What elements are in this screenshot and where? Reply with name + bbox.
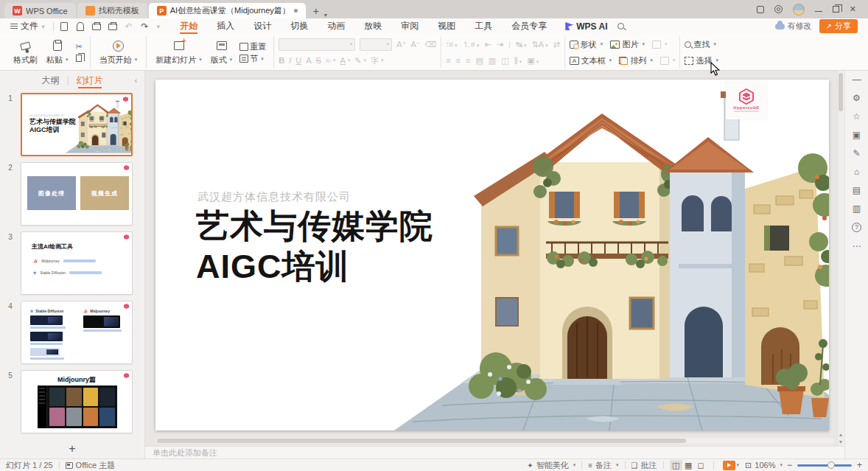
align-right-button[interactable]: ≡ <box>466 56 470 65</box>
quick-access-caret-icon[interactable]: ∨ <box>156 24 160 29</box>
picture-button[interactable]: 图片 <box>610 39 645 50</box>
select-button[interactable]: 选择 <box>685 55 718 66</box>
restore-button[interactable] <box>833 6 839 13</box>
clear-format-icon[interactable]: ⌫ <box>425 40 437 49</box>
tab-insert[interactable]: 插入 <box>207 18 244 34</box>
tab-tools[interactable]: 工具 <box>465 18 502 34</box>
columns-button[interactable]: ◫ <box>501 56 508 66</box>
italic-button[interactable]: I <box>289 56 291 65</box>
superscript-button[interactable]: X² <box>326 57 336 63</box>
slide-layout-button[interactable]: 版式 <box>206 36 237 69</box>
translate-icon[interactable]: ▤ <box>851 186 863 195</box>
undo-icon[interactable]: ↶ <box>124 21 133 31</box>
bold-button[interactable]: B <box>279 56 284 65</box>
scroll-up-icon[interactable]: ▲ <box>838 432 844 437</box>
align-objects-button[interactable]: ⫼ <box>514 56 522 66</box>
zoom-slider-thumb[interactable] <box>827 461 835 469</box>
settings-wheel-icon[interactable] <box>774 5 783 13</box>
group-button[interactable] <box>660 57 676 65</box>
notebook-icon[interactable]: ▥ <box>851 204 863 213</box>
horizontal-scrollbar-thumb[interactable] <box>157 439 686 443</box>
vertical-scrollbar[interactable]: ▲ ▼ <box>837 71 844 446</box>
increase-indent-button[interactable]: ⇥ <box>497 40 503 49</box>
redo-icon[interactable]: ↷ <box>140 21 150 31</box>
highlight-button[interactable]: ✎ <box>354 56 366 66</box>
slide-1[interactable]: 武汉超方体信息技术有限公司 艺术与传媒学院 AIGC培训 HypercubE <box>155 80 829 430</box>
autofit-button[interactable]: ▣ <box>527 56 539 66</box>
font-size-select[interactable] <box>360 38 392 51</box>
print-preview-icon[interactable] <box>108 21 117 31</box>
align-left-button[interactable]: ≡ <box>446 56 450 65</box>
reading-view-button[interactable]: ◻ <box>695 460 707 470</box>
char-spacing-button[interactable]: A <box>306 56 311 65</box>
outline-tab[interactable]: 大纲 <box>34 71 66 90</box>
line-spacing-button[interactable]: ⇅A <box>532 40 548 49</box>
tab-home[interactable]: 开始 <box>170 18 207 34</box>
slide-thumbnail-3[interactable]: 3 主流AI绘画工具 ⛵ Midjourney ✾ Stable Diffusi… <box>0 231 144 295</box>
zoom-out-button[interactable]: − <box>787 460 792 470</box>
scroll-down-icon[interactable]: ▼ <box>838 439 844 444</box>
more-icon[interactable]: ⋯ <box>851 242 863 251</box>
notes-bar[interactable]: 单击此处添加备注 <box>145 446 844 458</box>
tab-design[interactable]: 设计 <box>244 18 281 34</box>
reset-slide-button[interactable]: 重置 <box>239 43 266 51</box>
underline-button[interactable]: U <box>295 56 301 65</box>
format-painter-button[interactable]: 格式刷 <box>9 36 42 69</box>
new-tab-button[interactable]: + <box>309 4 323 18</box>
tab-list-caret-icon[interactable]: ▾ <box>324 12 327 18</box>
smart-beautify-button[interactable]: ✦ 智能美化 <box>527 460 575 471</box>
text-to-diagram-button[interactable]: ⇄ <box>553 40 560 49</box>
paste-button[interactable]: 粘贴 <box>42 36 73 69</box>
minimize-button[interactable] <box>815 7 822 12</box>
panel-handle-icon[interactable]: — <box>851 75 863 84</box>
text-direction-button[interactable]: ↹ <box>516 40 527 49</box>
slide-sorter-view-button[interactable]: ▦ <box>682 460 695 470</box>
close-button[interactable]: ✕ <box>850 5 856 13</box>
font-family-select[interactable] <box>279 38 355 51</box>
distribute-button[interactable]: ▥ <box>489 56 496 66</box>
numbering-button[interactable]: ⒈≡ <box>463 39 480 50</box>
strikethrough-button[interactable]: S <box>316 56 321 65</box>
find-button[interactable]: 查找 <box>685 39 716 50</box>
slides-tab[interactable]: 幻灯片 <box>69 71 111 90</box>
tab-wps-office[interactable]: W WPS Office <box>4 3 76 18</box>
zoom-slider[interactable] <box>797 464 852 467</box>
add-slide-button[interactable]: + <box>0 439 144 458</box>
slide-company-text[interactable]: 武汉超方体信息技术有限公司 <box>197 190 351 204</box>
arrange-button[interactable]: 排列 <box>619 55 653 66</box>
wps-ai-button[interactable]: WPS AI <box>556 21 616 32</box>
save-icon[interactable] <box>59 21 69 31</box>
section-button[interactable]: 节 <box>239 55 266 63</box>
increase-font-button[interactable]: A⁺ <box>396 40 406 49</box>
zoom-in-button[interactable]: + <box>857 460 862 470</box>
play-options-caret-icon[interactable]: ▾ <box>737 462 740 468</box>
normal-view-button[interactable]: ◫ <box>670 460 682 470</box>
merge-shapes-button[interactable] <box>652 41 668 49</box>
help-icon[interactable]: ? <box>852 223 861 232</box>
shapes-button[interactable]: 形状 <box>570 39 603 50</box>
tab-docer-templates[interactable]: 找稻壳模板 <box>77 3 147 18</box>
cut-button[interactable]: ✂ <box>76 43 83 51</box>
decrease-indent-button[interactable]: ⇤ <box>485 40 491 49</box>
align-center-button[interactable]: ≡ <box>456 56 461 65</box>
horizontal-scrollbar[interactable] <box>155 438 834 444</box>
template-skin-icon[interactable]: ⌂ <box>851 167 863 176</box>
slide-canvas[interactable]: 武汉超方体信息技术有限公司 艺术与传媒学院 AIGC培训 HypercubE <box>145 71 844 446</box>
share-button[interactable]: ↗ 分享 <box>819 19 858 33</box>
theme-indicator[interactable]: Office 主题 <box>66 460 116 471</box>
docer-resources-icon[interactable]: ☆ <box>851 112 863 121</box>
copy-button[interactable] <box>76 55 83 62</box>
slide-thumbnail-4[interactable]: 4 ✾Stable Diffusion ⛵Midjourney <box>0 301 144 364</box>
tab-animation[interactable]: 动画 <box>318 18 354 34</box>
tab-slideshow[interactable]: 放映 <box>354 18 391 34</box>
textbox-button[interactable]: A文本框 <box>570 55 612 66</box>
text-effects-button[interactable]: 字 <box>371 55 384 66</box>
font-color-button[interactable]: A <box>340 56 350 65</box>
bullets-button[interactable]: ⁝≡ <box>446 40 457 49</box>
slide-thumbnail-5[interactable]: 5 Midjounry篇 <box>0 370 144 433</box>
avatar[interactable] <box>793 4 805 15</box>
tab-current-document[interactable]: P AI创意绘画课堂（Midjourney篇） <box>149 3 306 18</box>
slide-thumbnail-2[interactable]: 2 图像处理 视频生成 <box>0 162 144 226</box>
vertical-scrollbar-thumb[interactable] <box>839 73 843 111</box>
slideshow-play-button[interactable] <box>723 461 735 470</box>
